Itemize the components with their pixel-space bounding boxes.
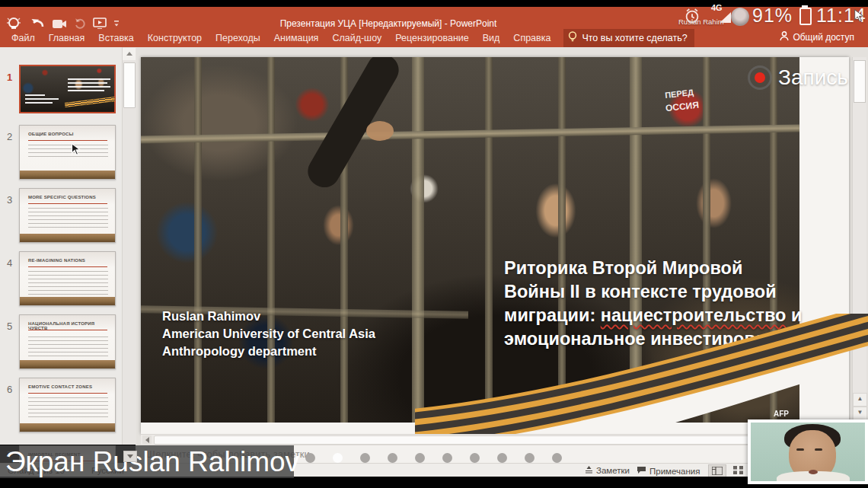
indicator-dot: [525, 453, 535, 463]
thumbnail-text-lines: [28, 145, 108, 158]
indicator-dot: [388, 453, 397, 463]
tab-help[interactable]: Справка: [506, 33, 557, 43]
tab-transitions[interactable]: Переходы: [209, 33, 267, 43]
slide-thumbnail-2[interactable]: ОБЩИЕ ВОПРОСЫ: [19, 125, 116, 180]
record-dot-icon: [755, 72, 765, 83]
lightbulb-icon: [568, 31, 577, 45]
indicator-dot-active: [333, 453, 343, 463]
indicator-dot: [360, 453, 370, 463]
record-ring-icon: [748, 65, 772, 90]
panel-scroll-up-button[interactable]: [123, 48, 136, 60]
thumbnail-title: EMOTIVE CONTACT ZONES: [28, 384, 110, 389]
tab-insert[interactable]: Вставка: [91, 33, 140, 43]
vertical-scrollbar[interactable]: [852, 57, 866, 434]
thumbnail-floor-image: [20, 234, 115, 242]
author-affiliation: American University of Central Asia: [162, 325, 375, 343]
slide-sorter-view-button[interactable]: [729, 464, 746, 476]
ribbon-graphic-mini: [65, 97, 115, 107]
slide-number: 4: [7, 257, 12, 269]
author-name: Ruslan Rahimov: [162, 308, 375, 325]
notes-icon: [585, 466, 593, 475]
slide-number: 3: [7, 194, 12, 206]
share-button[interactable]: Общий доступ: [780, 31, 854, 43]
slide-author-block[interactable]: Ruslan Rahimov American University of Ce…: [162, 308, 375, 360]
tab-slideshow[interactable]: Слайд-шоу: [325, 33, 388, 43]
thumbnail-text-lines: [28, 336, 108, 356]
slide-thumbnail-4[interactable]: RE-IMAGINING NATIONS: [19, 251, 116, 306]
slide-number: 2: [7, 131, 12, 142]
slide-canvas[interactable]: ПЕРЕД ОССИЯ AFP Риторика Второй Мировой …: [141, 57, 849, 434]
gripping-hand: [366, 121, 394, 141]
tab-review[interactable]: Рецензирование: [388, 33, 476, 43]
indicator-dot: [305, 453, 315, 463]
title-underline: [28, 140, 107, 141]
thumbnail-title: MORE SPECIFIC QUESTIONS: [28, 195, 110, 199]
thumbnail-collapse-button[interactable]: [123, 451, 137, 462]
tab-home[interactable]: Главная: [42, 33, 92, 43]
tab-animations[interactable]: Анимация: [267, 33, 326, 43]
clock-label: 11:14: [816, 5, 866, 27]
slide-photo-crowd: ПЕРЕД ОССИЯ AFP: [141, 57, 799, 423]
thumbnail-floor-image: [20, 297, 115, 305]
ribbon-tab-row: Файл Главная Вставка Конструктор Переход…: [0, 29, 868, 48]
thumbnail-title: RE-IMAGINING NATIONS: [28, 258, 110, 263]
slide-thumbnail-6[interactable]: EMOTIVE CONTACT ZONES: [19, 378, 116, 432]
vertical-scrollbar-thumb[interactable]: [854, 60, 866, 103]
share-button-label: Общий доступ: [793, 32, 854, 43]
slide-number: 6: [7, 384, 12, 395]
slide-title-spellchecked-word: нациестроительство: [601, 305, 787, 325]
screen-share-banner: Экран Ruslan Rahimov: [0, 445, 294, 478]
network-type-label: 4G: [711, 3, 723, 12]
fence-rail: [141, 124, 799, 143]
tab-file[interactable]: Файл: [5, 33, 42, 43]
redo-icon[interactable]: [74, 18, 86, 30]
tab-view[interactable]: Вид: [476, 33, 507, 43]
thumbnail-floor-image: [20, 360, 115, 368]
slide-thumbnail-1[interactable]: [19, 65, 116, 113]
comments-toggle-label: Примечания: [649, 467, 700, 476]
slide-title[interactable]: Риторика Второй Мировой Войны II в конте…: [504, 257, 803, 351]
author-department: Anthropology department: [162, 343, 375, 360]
webcam-person-mouth: [809, 470, 818, 474]
notes-toggle[interactable]: Заметки: [585, 466, 630, 475]
window-title: Презентация УЦА [Нередактируемый] - Powe…: [251, 18, 525, 29]
normal-view-button[interactable]: [708, 464, 726, 477]
tab-design[interactable]: Конструктор: [141, 33, 209, 43]
slide-number: 5: [7, 321, 12, 332]
screen: Презентация УЦА [Нередактируемый] - Powe…: [0, 0, 868, 488]
battery-icon-body: [799, 8, 812, 25]
panel-scrollbar-thumb[interactable]: [123, 62, 136, 108]
thumbnail-floor-image: [20, 423, 115, 432]
letterbox-top: [0, 0, 868, 7]
indicator-dot: [552, 453, 562, 463]
thumbnail-text-lines: [28, 397, 108, 420]
camera-icon[interactable]: [52, 18, 67, 30]
webcam-person-eye: [815, 448, 822, 451]
horizontal-scroll-left-button[interactable]: [142, 435, 152, 444]
start-slideshow-icon[interactable]: [93, 18, 107, 30]
slide-thumbnail-5[interactable]: НАЦИОНАЛЬНАЯ ИСТОРИЯ ЧУВСТВ: [19, 314, 116, 369]
tell-me-search-text: Что вы хотите сделать?: [582, 33, 687, 43]
title-underline: [28, 393, 107, 394]
thumbnail-text-lines: [28, 208, 108, 228]
next-slide-button[interactable]: ▼: [853, 407, 867, 420]
comments-icon: [637, 466, 646, 476]
previous-slide-button[interactable]: ▲: [853, 393, 867, 407]
slide-number: 1: [7, 72, 12, 83]
indicator-dot: [497, 453, 507, 463]
title-underline: [28, 330, 107, 330]
webcam-person-eye: [796, 448, 804, 451]
slide-thumbnail-3[interactable]: MORE SPECIFIC QUESTIONS: [19, 188, 116, 243]
comments-toggle[interactable]: Примечания: [637, 466, 700, 476]
photo-credit: AFP: [774, 410, 789, 418]
tell-me-search[interactable]: Что вы хотите сделать?: [563, 29, 694, 47]
thumbnail-title: ОБЩИЕ ВОПРОСЫ: [28, 132, 110, 136]
hat-text: ОССИЯ: [655, 98, 709, 114]
title-underline: [28, 203, 107, 204]
indicator-dot: [415, 453, 425, 463]
thumbnail-text-lines: [28, 271, 108, 295]
webcam-thumbnail[interactable]: [748, 419, 868, 484]
indicator-dot: [442, 453, 452, 463]
customize-toolbar-icon[interactable]: [113, 19, 120, 28]
annotation-owner-label: Ruslan Rahim: [678, 18, 724, 26]
